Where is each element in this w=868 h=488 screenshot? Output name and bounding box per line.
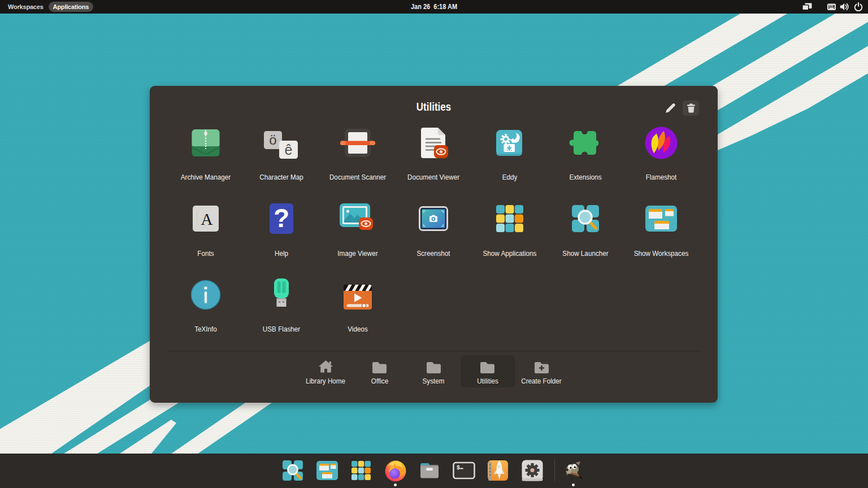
svg-text:ê: ê: [285, 142, 293, 158]
svg-text:?: ?: [274, 203, 289, 233]
svg-text:A: A: [201, 210, 213, 228]
svg-text:$: $: [457, 465, 460, 471]
svg-text:ö: ö: [270, 132, 277, 147]
